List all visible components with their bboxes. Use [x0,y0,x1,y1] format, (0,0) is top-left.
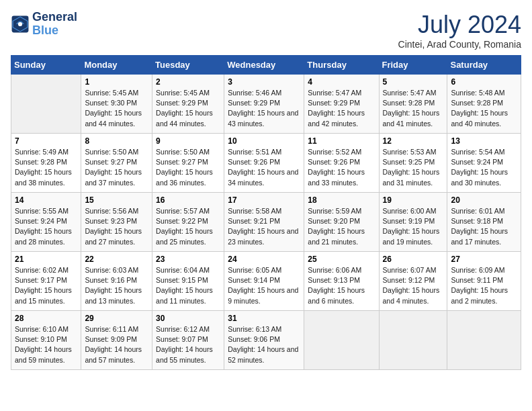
day-number: 29 [85,314,148,323]
day-cell: 20Sunrise: 6:01 AMSunset: 9:18 PMDayligh… [447,193,521,252]
day-info: Sunrise: 5:47 AMSunset: 9:29 PMDaylight:… [308,88,375,129]
day-info: Sunrise: 5:49 AMSunset: 9:28 PMDaylight:… [15,147,77,188]
header-sunday: Sunday [11,56,81,75]
day-number: 15 [85,195,148,205]
day-info: Sunrise: 6:02 AMSunset: 9:17 PMDaylight:… [15,265,77,306]
day-number: 20 [451,195,517,205]
day-info: Sunrise: 5:50 AMSunset: 9:27 PMDaylight:… [156,147,220,188]
week-row-4: 28Sunrise: 6:10 AMSunset: 9:10 PMDayligh… [11,311,521,370]
day-number: 12 [383,136,444,146]
day-info: Sunrise: 6:05 AMSunset: 9:14 PMDaylight:… [228,265,300,306]
day-number: 10 [228,136,300,146]
day-number: 19 [383,195,444,205]
day-cell: 3Sunrise: 5:46 AMSunset: 9:29 PMDaylight… [224,75,304,134]
day-number: 11 [308,136,375,146]
day-info: Sunrise: 6:10 AMSunset: 9:10 PMDaylight:… [15,324,77,365]
day-cell [447,311,521,370]
day-number: 4 [308,77,375,87]
day-cell: 28Sunrise: 6:10 AMSunset: 9:10 PMDayligh… [11,311,81,370]
day-number: 16 [156,195,220,205]
day-info: Sunrise: 6:09 AMSunset: 9:11 PMDaylight:… [451,265,517,306]
day-cell: 2Sunrise: 5:45 AMSunset: 9:29 PMDaylight… [152,75,224,134]
logo-text: General Blue [32,11,77,38]
day-info: Sunrise: 5:50 AMSunset: 9:27 PMDaylight:… [85,147,148,188]
day-info: Sunrise: 6:07 AMSunset: 9:12 PMDaylight:… [383,265,444,306]
svg-point-2 [18,22,22,26]
week-row-3: 21Sunrise: 6:02 AMSunset: 9:17 PMDayligh… [11,252,521,311]
day-number: 31 [228,314,300,323]
day-cell [11,75,81,134]
day-cell: 14Sunrise: 5:55 AMSunset: 9:24 PMDayligh… [11,193,81,252]
day-info: Sunrise: 6:11 AMSunset: 9:09 PMDaylight:… [85,324,148,365]
day-cell: 24Sunrise: 6:05 AMSunset: 9:14 PMDayligh… [224,252,304,311]
day-info: Sunrise: 5:46 AMSunset: 9:29 PMDaylight:… [228,88,300,129]
day-number: 9 [156,136,220,146]
day-cell: 25Sunrise: 6:06 AMSunset: 9:13 PMDayligh… [304,252,379,311]
day-cell: 11Sunrise: 5:52 AMSunset: 9:26 PMDayligh… [304,134,379,193]
day-number: 1 [85,77,148,87]
day-number: 7 [15,136,77,146]
week-row-2: 14Sunrise: 5:55 AMSunset: 9:24 PMDayligh… [11,193,521,252]
day-number: 13 [451,136,517,146]
day-number: 21 [15,255,77,264]
header-row: SundayMondayTuesdayWednesdayThursdayFrid… [11,56,521,75]
month-title: July 2024 [398,11,521,39]
day-number: 28 [15,314,77,323]
day-cell: 22Sunrise: 6:03 AMSunset: 9:16 PMDayligh… [81,252,152,311]
day-info: Sunrise: 5:45 AMSunset: 9:30 PMDaylight:… [85,88,148,129]
day-cell: 29Sunrise: 6:11 AMSunset: 9:09 PMDayligh… [81,311,152,370]
day-cell: 18Sunrise: 5:59 AMSunset: 9:20 PMDayligh… [304,193,379,252]
day-cell: 19Sunrise: 6:00 AMSunset: 9:19 PMDayligh… [379,193,447,252]
day-info: Sunrise: 5:52 AMSunset: 9:26 PMDaylight:… [308,147,375,188]
day-info: Sunrise: 6:04 AMSunset: 9:15 PMDaylight:… [156,265,220,306]
calendar-table: SundayMondayTuesdayWednesdayThursdayFrid… [11,55,521,370]
day-cell: 26Sunrise: 6:07 AMSunset: 9:12 PMDayligh… [379,252,447,311]
location-subtitle: Cintei, Arad County, Romania [398,39,521,50]
day-info: Sunrise: 5:51 AMSunset: 9:26 PMDaylight:… [228,147,300,188]
day-info: Sunrise: 6:12 AMSunset: 9:07 PMDaylight:… [156,324,220,365]
day-info: Sunrise: 6:01 AMSunset: 9:18 PMDaylight:… [451,206,517,247]
week-row-1: 7Sunrise: 5:49 AMSunset: 9:28 PMDaylight… [11,134,521,193]
day-cell: 17Sunrise: 5:58 AMSunset: 9:21 PMDayligh… [224,193,304,252]
day-info: Sunrise: 5:45 AMSunset: 9:29 PMDaylight:… [156,88,220,129]
day-cell: 4Sunrise: 5:47 AMSunset: 9:29 PMDaylight… [304,75,379,134]
day-cell: 13Sunrise: 5:54 AMSunset: 9:24 PMDayligh… [447,134,521,193]
logo-line1: General [32,10,77,24]
day-cell: 21Sunrise: 6:02 AMSunset: 9:17 PMDayligh… [11,252,81,311]
day-info: Sunrise: 6:13 AMSunset: 9:06 PMDaylight:… [228,324,300,365]
header-thursday: Thursday [304,56,379,75]
header-wednesday: Wednesday [224,56,304,75]
day-number: 18 [308,195,375,205]
day-number: 3 [228,77,300,87]
day-number: 8 [85,136,148,146]
page-header: General Blue July 2024 Cintei, Arad Coun… [11,11,521,50]
day-cell: 10Sunrise: 5:51 AMSunset: 9:26 PMDayligh… [224,134,304,193]
day-number: 24 [228,255,300,264]
day-info: Sunrise: 5:47 AMSunset: 9:28 PMDaylight:… [383,88,444,129]
header-saturday: Saturday [447,56,521,75]
day-number: 14 [15,195,77,205]
day-cell: 7Sunrise: 5:49 AMSunset: 9:28 PMDaylight… [11,134,81,193]
day-number: 23 [156,255,220,264]
day-info: Sunrise: 5:59 AMSunset: 9:20 PMDaylight:… [308,206,375,247]
title-area: July 2024 Cintei, Arad County, Romania [398,11,521,50]
day-info: Sunrise: 5:56 AMSunset: 9:23 PMDaylight:… [85,206,148,247]
day-cell: 8Sunrise: 5:50 AMSunset: 9:27 PMDaylight… [81,134,152,193]
day-info: Sunrise: 5:57 AMSunset: 9:22 PMDaylight:… [156,206,220,247]
day-number: 17 [228,195,300,205]
day-info: Sunrise: 5:54 AMSunset: 9:24 PMDaylight:… [451,147,517,188]
day-info: Sunrise: 5:48 AMSunset: 9:28 PMDaylight:… [451,88,517,129]
day-info: Sunrise: 5:58 AMSunset: 9:21 PMDaylight:… [228,206,300,247]
logo: General Blue [11,11,77,38]
day-number: 5 [383,77,444,87]
day-cell: 12Sunrise: 5:53 AMSunset: 9:25 PMDayligh… [379,134,447,193]
day-cell: 31Sunrise: 6:13 AMSunset: 9:06 PMDayligh… [224,311,304,370]
header-friday: Friday [379,56,447,75]
day-cell [379,311,447,370]
day-cell: 16Sunrise: 5:57 AMSunset: 9:22 PMDayligh… [152,193,224,252]
day-number: 6 [451,77,517,87]
day-info: Sunrise: 5:55 AMSunset: 9:24 PMDaylight:… [15,206,77,247]
day-number: 26 [383,255,444,264]
day-cell: 27Sunrise: 6:09 AMSunset: 9:11 PMDayligh… [447,252,521,311]
day-info: Sunrise: 5:53 AMSunset: 9:25 PMDaylight:… [383,147,444,188]
